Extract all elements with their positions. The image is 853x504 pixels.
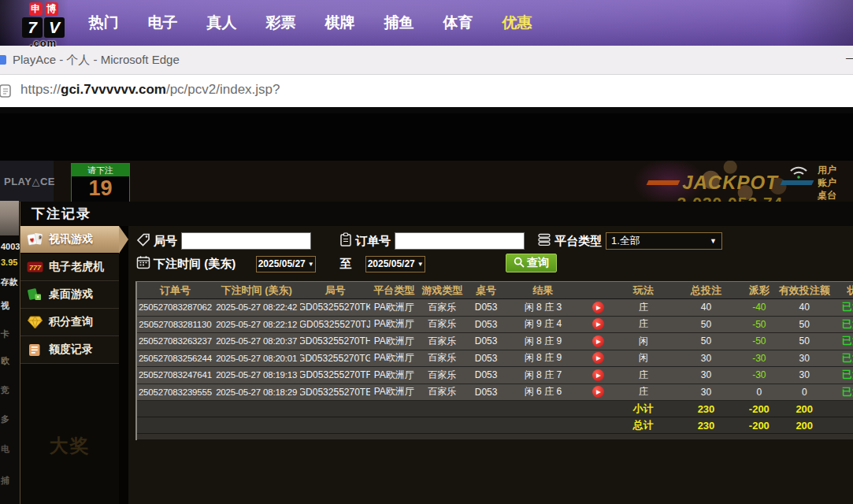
logo-letter-v: V: [44, 17, 65, 38]
nav-item-4[interactable]: 彩票: [251, 13, 310, 33]
cell-valid_bet: 30: [777, 367, 832, 384]
url-text[interactable]: https://gci.7vvvvvv.com/pc/pcv2/index.js…: [20, 82, 280, 98]
cell-play_type: 庄: [616, 367, 671, 384]
window-app-icon: [0, 55, 6, 65]
date-to-label: 至: [339, 257, 351, 272]
col-header-game_type: 游戏类型: [417, 282, 466, 298]
search-icon: [514, 257, 525, 270]
tag-icon: [136, 233, 150, 250]
sidebar-item-3[interactable]: 桌面游戏: [20, 281, 119, 309]
play-video-button[interactable]: ▶: [592, 369, 604, 381]
modal-body: 9♥视讯游戏777电子老虎机桌面游戏积分查询额度记录大奖 局号 订单号: [20, 226, 853, 504]
sidebar-rest: 大奖: [20, 364, 119, 504]
play-video-button[interactable]: ▶: [592, 302, 604, 313]
chrome-divider: [0, 107, 853, 113]
cell-play: ▶: [580, 384, 616, 401]
cell-play_type: 庄: [616, 384, 671, 401]
cell-bet_time: 2025-05-27 08:19:13: [213, 367, 300, 384]
platform-type-select[interactable]: 1.全部 ▼: [606, 232, 722, 250]
main-nav: 热门电子真人彩票棋牌捕鱼体育优惠: [74, 0, 547, 46]
cell-table_no: D053: [466, 384, 506, 401]
logo-badge-right: 博: [45, 2, 58, 16]
cell-bet_time: 2025-05-27 08:18:29: [213, 384, 300, 401]
cards-icon: 9♥: [26, 232, 43, 246]
table-row: 2505270832870622025-05-27 08:22:42GD0532…: [137, 299, 853, 317]
total-row: 总计230-200200: [137, 417, 853, 434]
nav-item-6[interactable]: 捕鱼: [369, 13, 428, 33]
total-status: [832, 417, 853, 433]
nav-item-7[interactable]: 体育: [428, 13, 488, 33]
sidebar-item-2[interactable]: 777电子老虎机: [20, 254, 119, 281]
sidebar-item-4[interactable]: 积分查询: [20, 309, 119, 336]
play-video-button[interactable]: ▶: [592, 386, 604, 398]
col-header-payout: 派彩: [741, 282, 777, 298]
cell-platform: PA欧洲厅: [370, 317, 417, 333]
play-video-button[interactable]: ▶: [592, 318, 604, 330]
cell-game_type: 百家乐: [417, 317, 466, 333]
date-to-picker[interactable]: 2025/05/27 ▼: [365, 256, 425, 272]
subtotal-round_no: [300, 401, 371, 417]
minimize-button[interactable]: —: [846, 50, 853, 64]
nav-item-5[interactable]: 棋牌: [310, 13, 369, 33]
cell-order_no: 250527083263237: [137, 333, 213, 350]
cell-round_no: GD053255270TH: [300, 333, 371, 350]
clipboard-icon: [339, 232, 352, 250]
col-header-status: 状态: [832, 282, 853, 298]
platform-type-value: 1.全部: [611, 234, 640, 248]
platform-group: 平台类型 1.全部 ▼: [537, 232, 722, 250]
cell-payout: -50: [741, 317, 777, 333]
play-icon: ▶: [596, 372, 601, 379]
nav-item-8[interactable]: 优惠: [488, 13, 547, 33]
col-header-total_bet: 总投注: [671, 282, 742, 298]
play-video-button[interactable]: ▶: [592, 335, 604, 347]
cell-order_no: 250527083281130: [137, 317, 213, 333]
nav-item-3[interactable]: 真人: [192, 13, 251, 33]
subtotal-play: [580, 401, 616, 417]
site-info-icon[interactable]: [0, 83, 11, 102]
sidebar-item-label: 额度记录: [49, 343, 93, 357]
filter-row-2: 下注时间 (美东) 2025/05/27 ▼ 至 2025/05/27 ▼: [136, 255, 425, 272]
jackpot-bar-left: [647, 180, 681, 185]
cell-play_type: 闲: [616, 350, 671, 367]
nav-item-2[interactable]: 电子: [133, 13, 192, 33]
cell-platform: PA欧洲厅: [370, 333, 417, 350]
play-icon: ▶: [596, 321, 601, 328]
subtotal-payout: -200: [741, 401, 777, 417]
date-from-picker[interactable]: 2025/05/27 ▼: [256, 256, 316, 272]
search-button[interactable]: 查询: [506, 254, 557, 272]
logo-letter-7: 7: [22, 17, 43, 38]
play-video-button[interactable]: ▶: [592, 352, 604, 364]
nav-item-1[interactable]: 热门: [74, 13, 133, 33]
cell-bet_time: 2025-05-27 08:20:01: [213, 350, 300, 367]
logo-suffix: .com: [17, 37, 69, 49]
order-no-input[interactable]: [395, 232, 525, 250]
jackpot-label: JACKPOT: [682, 172, 778, 194]
filter-row-1: 局号 订单号 平台类型: [136, 232, 722, 250]
cell-total_bet: 50: [671, 333, 742, 350]
cell-platform: PA欧洲厅: [370, 367, 417, 384]
site-logo[interactable]: 申 博 7 V .com: [17, 2, 69, 49]
cell-payout: -30: [741, 350, 777, 367]
cell-total_bet: 30: [671, 367, 742, 384]
url-path: /pc/pcv2/index.jsp?: [166, 82, 280, 97]
url-scheme: https://: [20, 82, 61, 97]
round-no-input[interactable]: [181, 232, 311, 250]
browser-urlbar[interactable]: https://gci.7vvvvvv.com/pc/pcv2/index.js…: [0, 75, 853, 107]
sidebar-item-5[interactable]: 额度记录: [20, 336, 119, 364]
table-row: 2505270832562442025-05-27 08:20:01GD0532…: [137, 350, 853, 368]
col-header-valid_bet: 有效投注额: [777, 282, 832, 298]
cell-play: ▶: [580, 367, 616, 384]
cell-status: 已派彩: [832, 350, 853, 367]
calendar-icon: [136, 255, 150, 272]
cell-table_no: D053: [466, 367, 506, 384]
cell-status: 已派彩: [832, 367, 853, 384]
cell-bet_time: 2025-05-27 08:22:42: [213, 299, 300, 316]
cell-valid_bet: 50: [777, 317, 832, 333]
cell-status: 已派彩: [832, 299, 853, 316]
total-play: [580, 417, 616, 433]
cell-status: 已派彩: [832, 384, 853, 401]
sidebar-item-1[interactable]: 9♥视讯游戏: [20, 226, 119, 254]
cell-play: ▶: [580, 317, 616, 333]
cell-status: 已派彩: [832, 333, 853, 350]
subtotal-game_type: [417, 401, 466, 417]
